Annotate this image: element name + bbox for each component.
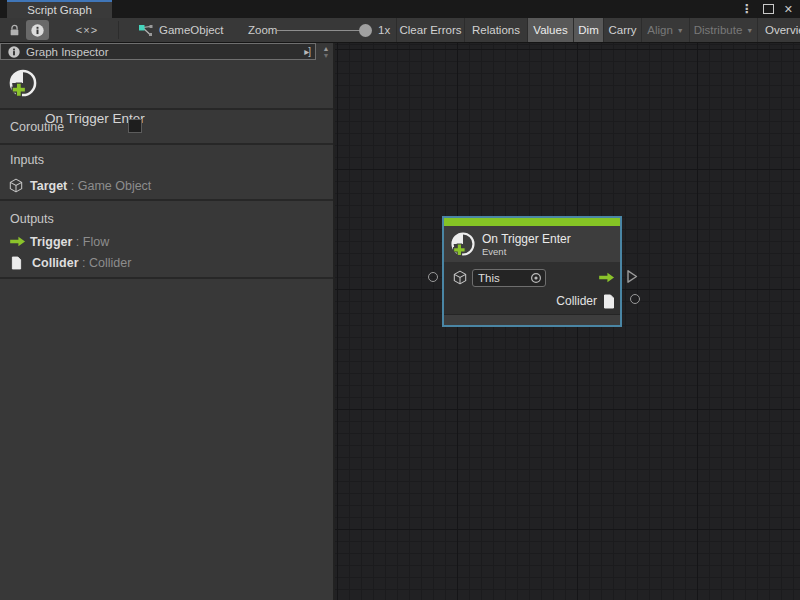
script-graph-icon (138, 23, 153, 38)
node-row-target: This (444, 262, 620, 290)
close-icon[interactable]: ✕ (784, 4, 793, 15)
flow-arrow-icon (9, 236, 26, 247)
zoom-label: Zoom (248, 18, 277, 42)
cube-icon (9, 178, 23, 193)
coroutine-label: Coroutine (10, 120, 64, 134)
graph-inspector-titlebar[interactable]: Graph Inspector ▸] (0, 43, 316, 60)
scroll-up-icon[interactable]: ▲ (323, 45, 330, 52)
divider (0, 199, 333, 201)
trigger-output-port[interactable] (626, 269, 638, 284)
graph-owner-chip[interactable]: GameObject (138, 18, 224, 42)
maximize-icon[interactable] (763, 4, 774, 14)
output-row-trigger: Trigger : Flow (0, 233, 109, 250)
node-on-trigger-enter[interactable]: On Trigger Enter Event This (442, 216, 622, 327)
code-icon: <×> (76, 24, 98, 36)
document-icon (603, 294, 615, 309)
tab-title: Script Graph (27, 4, 92, 16)
collider-port-label: Collider (556, 294, 597, 308)
graph-inspector-title: Graph Inspector (26, 46, 108, 58)
info-icon (8, 46, 20, 58)
dock-icon[interactable]: ▸] (304, 46, 310, 57)
port-name: Trigger (30, 235, 72, 249)
carry-button[interactable]: Carry (603, 18, 641, 42)
input-port[interactable] (428, 272, 438, 282)
port-type: Game Object (78, 179, 152, 193)
target-self-dropdown[interactable]: This (472, 269, 546, 287)
flow-arrow-icon (598, 272, 615, 283)
tab-script-graph[interactable]: Script Graph (7, 0, 112, 18)
menu-icon[interactable]: ⋮ (741, 3, 753, 15)
node-row-collider: Collider (444, 290, 620, 312)
object-picker-icon[interactable] (530, 272, 542, 284)
collider-output-port[interactable] (630, 294, 640, 304)
node-body: This Collider (444, 262, 620, 314)
output-row-collider: Collider : Collider (0, 254, 131, 271)
toolbar-separator (118, 21, 119, 39)
coroutine-checkbox[interactable] (128, 119, 142, 133)
port-name: Target (30, 179, 67, 193)
overview-button[interactable]: Overview (757, 18, 800, 42)
node-subtitle: Event (482, 246, 571, 257)
port-name: Collider (32, 256, 79, 270)
scroll-down-icon[interactable]: ▼ (323, 52, 330, 59)
event-icon (450, 231, 476, 257)
node-title: On Trigger Enter (482, 232, 571, 246)
distribute-dropdown[interactable]: Distribute▼ (689, 18, 757, 42)
input-row-target: Target : Game Object (0, 177, 151, 194)
relations-button[interactable]: Relations (464, 18, 527, 42)
target-self-value: This (478, 272, 530, 284)
align-dropdown[interactable]: Align▼ (641, 18, 689, 42)
port-type: Collider (89, 256, 131, 270)
inspector-toggle-button[interactable] (26, 20, 49, 40)
port-type: Flow (83, 235, 109, 249)
node-accent-bar (444, 218, 620, 226)
chevron-down-icon: ▼ (746, 27, 753, 34)
window-titlebar: Script Graph ⋮ ✕ (0, 0, 800, 18)
window-controls: ⋮ ✕ (741, 0, 793, 18)
unity-script-graph-window: Script Graph ⋮ ✕ <×> (0, 0, 800, 600)
info-icon (31, 24, 44, 37)
divider (0, 277, 333, 279)
zoom-slider[interactable] (277, 30, 369, 32)
cube-icon (453, 270, 467, 285)
chevron-down-icon: ▼ (677, 27, 684, 34)
graph-inspector-panel: Graph Inspector ▸] ▲ ▼ On Trigger Enter … (0, 43, 335, 600)
zoom-value: 1x (378, 18, 390, 42)
dim-button[interactable]: Dim (573, 18, 603, 42)
lock-icon (9, 24, 20, 37)
node-header[interactable]: On Trigger Enter Event (444, 226, 620, 262)
node-footer (444, 314, 620, 325)
panel-scrubber[interactable]: ▲ ▼ (319, 44, 333, 60)
event-icon (8, 68, 38, 98)
code-preview-button[interactable]: <×> (70, 18, 104, 42)
graph-canvas[interactable]: On Trigger Enter Event This (335, 43, 800, 600)
zoom-slider-handle[interactable] (359, 24, 372, 37)
inputs-header: Inputs (10, 153, 44, 167)
document-icon (11, 256, 22, 270)
divider (0, 143, 333, 145)
outputs-header: Outputs (10, 212, 54, 226)
values-button[interactable]: Values (527, 18, 573, 42)
lock-button[interactable] (6, 18, 22, 42)
gameobject-label: GameObject (159, 24, 224, 36)
divider (0, 108, 333, 110)
clear-errors-button[interactable]: Clear Errors (396, 18, 464, 42)
graph-toolbar: <×> GameObject Zoom 1x Clear Errors Rela… (0, 18, 800, 43)
